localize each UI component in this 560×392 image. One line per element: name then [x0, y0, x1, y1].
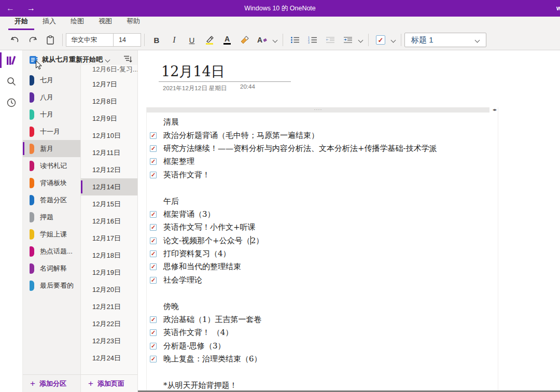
page-item[interactable]: 12月11日	[81, 144, 137, 161]
section-item[interactable]: 学姐上课	[23, 226, 80, 243]
font-name-select[interactable]: 华文中宋	[66, 33, 114, 47]
page-item[interactable]: 12月17日	[81, 230, 137, 247]
note-line[interactable]: ✓英语作文背！ （4）	[150, 326, 498, 339]
note-line[interactable]: ✓研究方法继续！——资料分析与内容分析法、文本分析法+传播学基础-技术学派	[150, 142, 498, 155]
note-line[interactable]: ✓社会学理论	[150, 274, 498, 287]
bold-button[interactable]: B	[148, 32, 165, 48]
ribbon-tab-4[interactable]: 帮助	[120, 15, 146, 30]
note-line[interactable]	[150, 181, 498, 194]
note-content[interactable]: 清晨✓政治分析题背诵（毛中特；马原第一遍结束）✓研究方法继续！——资料分析与内容…	[147, 107, 498, 392]
page-item[interactable]: 12月12日	[81, 161, 137, 178]
page-item[interactable]: 12月24日	[81, 349, 137, 367]
page-item[interactable]: 12月7日	[81, 76, 137, 93]
note-line[interactable]: 傍晚	[150, 300, 498, 313]
page-item[interactable]: 12月21日	[81, 298, 137, 315]
note-line[interactable]: ✓框架背诵（3）	[150, 208, 498, 221]
page-item[interactable]: 12月16日	[81, 213, 137, 230]
note-line[interactable]: ✓政治基础（1）王吉第一套卷	[150, 313, 498, 326]
outline-resize-icon[interactable]: ◂▸	[493, 107, 497, 112]
outdent-button[interactable]	[322, 32, 339, 48]
section-item[interactable]: 最后要看的	[23, 277, 80, 294]
section-item[interactable]: 答题分区	[23, 191, 80, 208]
page-item[interactable]: 12月15日	[81, 195, 137, 213]
section-item[interactable]: 新月	[23, 140, 80, 157]
redo-button[interactable]	[24, 32, 41, 48]
chevron-down-icon[interactable]	[391, 37, 396, 43]
todo-checkbox[interactable]: ✓	[150, 277, 157, 284]
underline-button[interactable]: U	[184, 32, 200, 48]
page-item[interactable]: 12月23日	[81, 332, 137, 349]
add-page-button[interactable]: + 添加页面	[80, 374, 137, 392]
todo-checkbox[interactable]: ✓	[150, 329, 157, 336]
note-line[interactable]: 午后	[150, 194, 498, 207]
chevron-down-icon[interactable]	[273, 37, 278, 43]
note-line[interactable]: ✓晚上复盘：治理类结束（6）	[150, 353, 498, 366]
section-item[interactable]: 读书札记	[23, 157, 80, 174]
page-item[interactable]: 12月6日-复习...	[81, 65, 137, 76]
todo-checkbox[interactable]: ✓	[150, 211, 157, 218]
bullet-list-button[interactable]	[287, 32, 303, 48]
section-item[interactable]: 七月	[23, 72, 80, 89]
note-line[interactable]: ✓论文-视频那个+公众号（2）	[150, 234, 498, 247]
indent-button[interactable]	[340, 32, 356, 48]
todo-checkbox[interactable]: ✓	[150, 250, 157, 257]
ribbon-tab-2[interactable]: 绘图	[64, 15, 90, 30]
todo-checkbox[interactable]: ✓	[150, 237, 157, 244]
clipboard-icon[interactable]	[42, 32, 59, 48]
numbered-list-button[interactable]: 123	[304, 32, 321, 48]
note-line[interactable]: ✓思修和当代的整理结束	[150, 260, 498, 273]
section-item[interactable]: 十月	[23, 106, 80, 123]
sort-pages-button[interactable]	[123, 55, 132, 65]
format-painter-button[interactable]	[236, 32, 253, 48]
note-outline[interactable]: ···· ◂▸ 清晨✓政治分析题背诵（毛中特；马原第一遍结束）✓研究方法继续！—…	[146, 107, 498, 392]
note-line[interactable]: ✓英语作文写！小作文+听课	[150, 221, 498, 234]
note-line[interactable]: ✓打印资料复习（4）	[150, 247, 498, 260]
highlighter-button[interactable]	[201, 32, 218, 48]
note-line[interactable]	[150, 287, 498, 300]
page-item[interactable]: 12月18日	[81, 247, 137, 264]
chevron-down-icon[interactable]	[358, 37, 363, 43]
todo-tag-button[interactable]: ✓	[372, 32, 389, 48]
ribbon-tab-0[interactable]: 开始	[8, 15, 34, 30]
page-item[interactable]: 12月22日	[81, 315, 137, 332]
todo-checkbox[interactable]: ✓	[150, 158, 157, 165]
library-icon[interactable]	[0, 52, 23, 69]
todo-checkbox[interactable]: ✓	[150, 224, 157, 231]
note-line[interactable]: ✓分析题-思修（3）	[150, 340, 498, 353]
section-item[interactable]: 十一月	[23, 123, 80, 140]
note-line[interactable]	[150, 366, 498, 379]
page-item[interactable]: 12月14日	[81, 178, 137, 195]
italic-button[interactable]: I	[166, 32, 183, 48]
page-item[interactable]: 12月19日	[81, 264, 137, 281]
ribbon-tab-1[interactable]: 插入	[36, 15, 62, 30]
page-item[interactable]: 12月20日	[81, 281, 137, 298]
section-item[interactable]: 热点话题...	[23, 243, 80, 260]
font-size-select[interactable]: 14	[113, 33, 141, 47]
todo-checkbox[interactable]: ✓	[150, 172, 157, 178]
todo-checkbox[interactable]: ✓	[150, 343, 157, 349]
outline-move-handle[interactable]: ····	[147, 107, 489, 113]
ribbon-tab-3[interactable]: 视图	[92, 15, 118, 30]
section-item[interactable]: 八月	[23, 89, 80, 106]
recent-notes-icon[interactable]	[0, 94, 23, 111]
add-section-button[interactable]: + 添加分区	[23, 374, 80, 392]
note-line[interactable]: 清晨	[150, 116, 498, 129]
todo-checkbox[interactable]: ✓	[150, 263, 157, 270]
style-select[interactable]: 标题 1	[404, 33, 486, 47]
page-item[interactable]: 12月10日	[81, 127, 137, 144]
section-item[interactable]: 背诵板块	[23, 174, 80, 191]
section-item[interactable]: 押题	[23, 208, 80, 226]
search-icon[interactable]	[0, 73, 23, 90]
page-title[interactable]: 12月14日	[161, 62, 225, 81]
todo-checkbox[interactable]: ✓	[150, 316, 157, 323]
note-line[interactable]: ✓框架整理	[150, 155, 498, 168]
todo-checkbox[interactable]: ✓	[150, 356, 157, 362]
note-line[interactable]: ✓政治分析题背诵（毛中特；马原第一遍结束）	[150, 129, 498, 142]
undo-button[interactable]	[7, 32, 23, 48]
note-line[interactable]: ✓英语作文背！	[150, 169, 498, 181]
font-color-button[interactable]: A	[219, 32, 235, 48]
todo-checkbox[interactable]: ✓	[150, 145, 157, 152]
clear-format-button[interactable]: A	[254, 32, 271, 48]
section-item[interactable]: 名词解释	[23, 260, 80, 277]
page-item[interactable]: 12月9日	[81, 110, 137, 127]
